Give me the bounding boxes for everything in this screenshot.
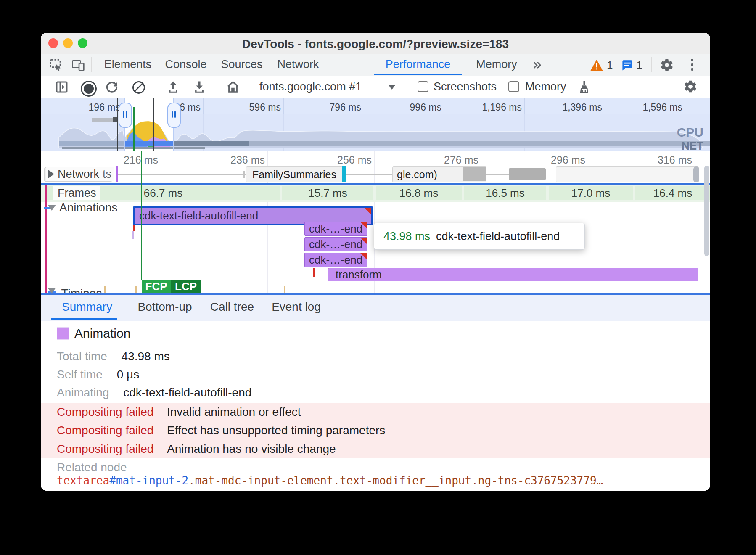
tab-console[interactable]: Console — [161, 54, 211, 75]
compositing-failed-corner — [360, 237, 367, 245]
messages-icon[interactable] — [620, 59, 634, 73]
selection-handle-left[interactable] — [119, 103, 132, 128]
settings-gear-icon[interactable] — [660, 58, 674, 74]
disclosure-expanded-icon — [48, 288, 56, 293]
network-request-bar[interactable] — [509, 168, 546, 180]
frames-track-label-chip[interactable]: Frames — [53, 186, 100, 200]
download-profile-icon[interactable] — [192, 80, 206, 96]
capture-settings-gear-icon[interactable] — [683, 79, 698, 95]
record-button[interactable] — [82, 82, 95, 95]
legend-label: Animation — [74, 326, 130, 341]
animations-track-label: Animations — [59, 201, 118, 214]
tab-network[interactable]: Network — [273, 54, 323, 75]
tab-elements[interactable]: Elements — [100, 54, 155, 75]
performance-toolbar: fonts.google.com #1 Screenshots Memory — [41, 76, 710, 98]
network-request-bar[interactable]: gle.com) — [392, 166, 486, 182]
memory-checkbox-label[interactable]: Memory — [525, 80, 566, 93]
trace-marker-line — [117, 98, 118, 151]
toggle-sidebar-icon[interactable] — [55, 80, 69, 95]
warning-count[interactable]: 1 — [607, 59, 613, 72]
track-highlight-stripe — [45, 185, 47, 293]
animations-track-header[interactable]: Animations — [48, 201, 118, 214]
animation-bar[interactable]: cdk-…-end — [304, 222, 367, 236]
clear-recording-icon[interactable] — [132, 81, 145, 94]
flame-chart-area[interactable]: 216 ms 236 ms 256 ms 276 ms 296 ms 316 m… — [41, 151, 710, 293]
total-time-row: Total time 43.98 ms — [57, 350, 170, 363]
node-classes: .mat-mdc-input-element.text-modifier__in… — [188, 474, 603, 487]
compositing-failed-corner — [360, 253, 367, 260]
animation-bar[interactable]: cdk-…-end — [304, 253, 367, 267]
ruler-tick: 236 ms — [210, 154, 265, 166]
compositing-warning-row: Compositing failed Animation has no visi… — [41, 440, 710, 458]
tab-sources[interactable]: Sources — [217, 54, 266, 75]
more-tabs-icon[interactable] — [531, 59, 544, 73]
animating-row: Animating cdk-text-field-autofill-end — [57, 386, 251, 399]
trace-marker-line — [153, 98, 154, 151]
frame-duration: 16.4 ms — [653, 187, 693, 200]
device-toolbar-icon[interactable] — [71, 58, 85, 74]
timings-track-label: Timings — [61, 287, 102, 293]
tab-event-log[interactable]: Event log — [270, 295, 322, 319]
selection-handle-right[interactable] — [167, 103, 181, 128]
lcp-badge[interactable]: LCP — [171, 280, 201, 293]
memory-checkbox[interactable] — [508, 81, 519, 92]
net-lane-segment — [124, 141, 173, 146]
compositing-warning-row: Compositing failed Invalid animation or … — [41, 403, 710, 421]
network-request-bar[interactable]: FamilySummaries — [246, 166, 343, 182]
overview-tick: 1,596 ms — [632, 102, 682, 113]
transform-bar-label: transform — [336, 268, 382, 281]
ruler-tick: 256 ms — [317, 154, 372, 166]
kebab-menu-icon[interactable] — [691, 59, 693, 71]
animation-tick — [133, 225, 135, 231]
overview-tick: 1,196 ms — [471, 102, 522, 113]
garbage-collect-icon[interactable] — [576, 79, 592, 96]
inspect-element-icon[interactable] — [49, 58, 63, 74]
home-icon[interactable] — [226, 80, 240, 96]
flame-scrollbar[interactable] — [704, 166, 709, 256]
network-request-tick[interactable] — [116, 166, 118, 182]
ruler-tick: 296 ms — [531, 154, 585, 166]
screenshot-stage: DevTools - fonts.google.com/?preview.siz… — [0, 0, 756, 555]
upload-profile-icon[interactable] — [166, 80, 180, 96]
fcp-badge[interactable]: FCP — [142, 280, 171, 293]
total-time-value: 43.98 ms — [122, 350, 170, 363]
tab-bottom-up[interactable]: Bottom-up — [135, 295, 194, 319]
long-task-bar-end — [113, 117, 117, 122]
animation-legend-swatch — [57, 327, 69, 340]
animation-bar[interactable]: cdk-…-end — [304, 237, 367, 251]
issues-warning-icon[interactable] — [590, 59, 603, 73]
reload-and-record-icon[interactable] — [105, 80, 119, 96]
message-count[interactable]: 1 — [636, 59, 642, 72]
timing-tick — [135, 286, 137, 293]
animating-value: cdk-text-field-autofill-end — [123, 386, 251, 399]
related-node-link[interactable]: textarea#mat-input-2.mat-mdc-input-eleme… — [57, 474, 603, 487]
network-track-scrollbar[interactable] — [693, 166, 699, 182]
timings-track-header[interactable]: Timings — [48, 287, 102, 293]
network-request-cyan-bar[interactable] — [342, 166, 346, 182]
session-caret-icon[interactable] — [388, 85, 396, 90]
devtools-tab-bar: Elements Console Sources Network Perform… — [41, 54, 710, 76]
tab-call-tree[interactable]: Call tree — [209, 295, 255, 319]
active-tab-underline — [374, 74, 462, 75]
tab-summary[interactable]: Summary — [60, 295, 114, 319]
screenshots-label[interactable]: Screenshots — [434, 80, 497, 93]
net-lane-segment — [59, 141, 124, 146]
screenshots-checkbox[interactable] — [418, 81, 428, 92]
compositing-warning-row: Compositing failed Effect has unsupporte… — [41, 421, 710, 440]
overview-tick: 1,396 ms — [552, 102, 602, 113]
timeline-overview[interactable]: 196 ms 396 ms 596 ms 796 ms 996 ms 1,196… — [41, 98, 710, 151]
node-id: #mat-input-2 — [109, 474, 188, 487]
overview-tick: 596 ms — [230, 102, 281, 113]
title-bar: DevTools - fonts.google.com/?preview.siz… — [41, 33, 710, 54]
net-lane-label: NET — [682, 140, 703, 151]
active-bottom-tab-underline — [51, 318, 117, 320]
network-request-bar[interactable] — [556, 166, 699, 182]
transform-animation-bar[interactable]: transform — [328, 268, 698, 281]
tab-memory[interactable]: Memory — [471, 54, 523, 75]
devtools-window: DevTools - fonts.google.com/?preview.siz… — [41, 33, 710, 491]
session-selector[interactable]: fonts.google.com #1 — [259, 80, 362, 93]
network-track-header[interactable]: Network ts — [46, 167, 114, 181]
timing-tick — [284, 286, 285, 293]
tab-performance[interactable]: Performance — [374, 54, 462, 75]
ruler-tick: 316 ms — [637, 154, 692, 166]
